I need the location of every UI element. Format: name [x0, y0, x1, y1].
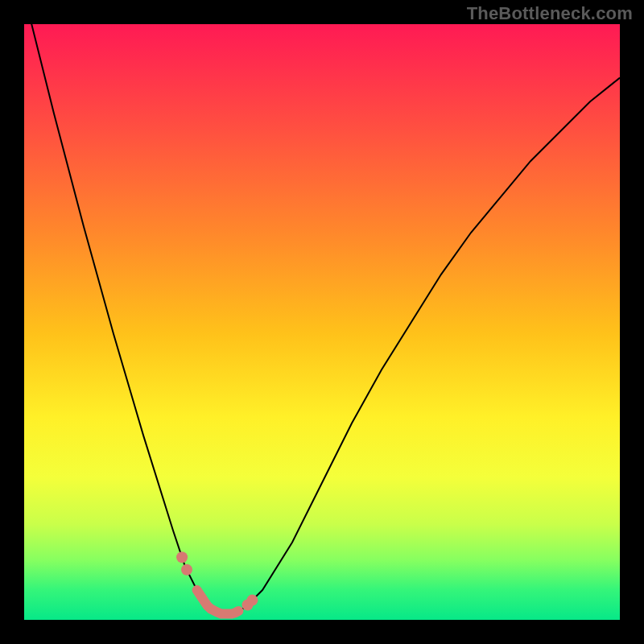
- bottleneck-curve: [24, 24, 620, 614]
- band-dot: [246, 595, 258, 606]
- band-dot: [181, 564, 192, 576]
- chart-svg: [24, 24, 620, 620]
- optimal-band: [176, 551, 258, 613]
- plot-area: [24, 24, 620, 620]
- watermark-text: TheBottleneck.com: [467, 3, 633, 24]
- chart-frame: TheBottleneck.com: [0, 0, 644, 644]
- band-dot: [176, 551, 188, 563]
- band-segment: [197, 590, 239, 614]
